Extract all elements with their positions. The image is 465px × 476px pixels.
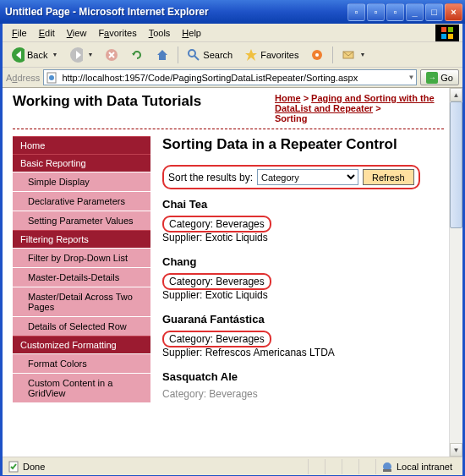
media-icon bbox=[310, 48, 324, 62]
sidebar-item[interactable]: Master/Detail Across Two Pages bbox=[13, 287, 150, 316]
svg-rect-16 bbox=[383, 469, 391, 472]
search-icon bbox=[187, 48, 200, 62]
refresh-button[interactable] bbox=[125, 46, 149, 64]
sidebar-item[interactable]: Filter by Drop-Down List bbox=[13, 248, 150, 267]
sidebar-item[interactable]: Master-Details-Details bbox=[13, 267, 150, 287]
scroll-up-button[interactable]: ▲ bbox=[450, 88, 462, 101]
sort-label: Sort the results by: bbox=[168, 172, 253, 183]
scroll-thumb[interactable] bbox=[450, 101, 462, 228]
sidebar-section[interactable]: Basic Reporting bbox=[13, 154, 150, 172]
back-dropdown-icon[interactable]: ▼ bbox=[52, 52, 57, 57]
url-input[interactable] bbox=[60, 72, 405, 84]
product-category: Category: Beverages bbox=[162, 273, 271, 290]
product-name: Sasquatch Ale bbox=[162, 370, 444, 383]
favorites-button[interactable]: Favorites bbox=[239, 46, 304, 64]
address-dropdown-icon[interactable]: ▼ bbox=[408, 74, 414, 81]
search-button[interactable]: Search bbox=[182, 46, 238, 64]
svg-point-7 bbox=[189, 50, 195, 57]
window-close-button[interactable]: × bbox=[445, 3, 462, 21]
main-content: Sorting Data in a Repeater Control Sort … bbox=[162, 136, 444, 412]
go-button[interactable]: → Go bbox=[420, 69, 459, 85]
menu-favorites[interactable]: Favorites bbox=[92, 26, 142, 40]
svg-line-8 bbox=[194, 56, 199, 60]
scroll-track[interactable] bbox=[450, 101, 462, 443]
sidebar-section[interactable]: Filtering Reports bbox=[13, 230, 150, 248]
sort-select[interactable]: Category bbox=[257, 169, 358, 185]
ie-logo bbox=[435, 25, 459, 41]
page-heading: Sorting Data in a Repeater Control bbox=[162, 136, 444, 153]
intranet-icon bbox=[381, 461, 393, 473]
divider bbox=[13, 129, 444, 129]
product-name: Chai Tea bbox=[162, 198, 444, 211]
breadcrumb: Home > Paging and Sorting with the DataL… bbox=[275, 93, 444, 123]
window-extra2-button[interactable]: ▫ bbox=[367, 3, 385, 21]
go-icon: → bbox=[426, 72, 438, 84]
product-category: Category: Beverages bbox=[162, 331, 271, 347]
status-zone: Local intranet bbox=[375, 459, 457, 474]
home-icon bbox=[156, 48, 169, 62]
sidebar-item[interactable]: Custom Content in a GridView bbox=[13, 373, 150, 402]
sidebar-section[interactable]: Home bbox=[13, 136, 150, 154]
svg-point-10 bbox=[315, 53, 319, 57]
address-bar: Address ▼ → Go bbox=[3, 68, 462, 88]
stop-icon bbox=[105, 48, 118, 62]
status-bar: Done Local intranet bbox=[3, 457, 462, 475]
address-field[interactable]: ▼ bbox=[43, 69, 417, 85]
viewport: Working with Data Tutorials Home > Pagin… bbox=[3, 88, 462, 457]
window-extra1-button[interactable]: ▫ bbox=[347, 3, 365, 21]
product-item: Sasquatch AleCategory: Beverages bbox=[162, 370, 444, 400]
refresh-button[interactable]: Refresh bbox=[363, 169, 414, 185]
media-button[interactable] bbox=[305, 46, 329, 64]
product-name: Chang bbox=[162, 255, 444, 268]
mail-button[interactable]: ▼ bbox=[336, 46, 370, 64]
product-item: ChangCategory: BeveragesSupplier: Exotic… bbox=[162, 255, 444, 301]
sidebar-item[interactable]: Details of Selected Row bbox=[13, 316, 150, 336]
sidebar-item[interactable]: Simple Display bbox=[13, 172, 150, 191]
svg-point-13 bbox=[49, 75, 54, 80]
menu-view[interactable]: View bbox=[61, 26, 93, 40]
menu-edit[interactable]: Edit bbox=[33, 26, 61, 40]
menu-file[interactable]: File bbox=[6, 26, 33, 40]
back-button[interactable]: Back ▼ bbox=[6, 46, 63, 64]
vertical-scrollbar[interactable]: ▲ ▼ bbox=[449, 88, 462, 457]
product-item: Chai TeaCategory: BeveragesSupplier: Exo… bbox=[162, 198, 444, 243]
menu-tools[interactable]: Tools bbox=[143, 26, 177, 40]
sidebar-item[interactable]: Declarative Parameters bbox=[13, 191, 150, 211]
product-item: Guaraná FantásticaCategory: BeveragesSup… bbox=[162, 313, 444, 358]
forward-icon bbox=[69, 48, 83, 62]
address-label: Address bbox=[6, 73, 40, 83]
product-supplier: Supplier: Refrescos Americanas LTDA bbox=[162, 347, 444, 358]
svg-rect-3 bbox=[448, 34, 453, 39]
product-name: Guaraná Fantástica bbox=[162, 313, 444, 326]
breadcrumb-current: Sorting bbox=[275, 113, 308, 123]
forward-button[interactable]: ▼ bbox=[64, 46, 98, 64]
breadcrumb-home-link[interactable]: Home bbox=[275, 93, 301, 103]
toolbar: Back ▼ ▼ Search Favorites ▼ bbox=[3, 42, 462, 68]
product-category: Category: Beverages bbox=[162, 388, 444, 400]
favorites-icon bbox=[244, 48, 258, 62]
sidebar-item[interactable]: Setting Parameter Values bbox=[13, 211, 150, 230]
refresh-icon bbox=[130, 48, 144, 62]
window-extra3-button[interactable]: ▫ bbox=[386, 3, 404, 21]
menu-bar: File Edit View Favorites Tools Help bbox=[3, 24, 462, 42]
product-category: Category: Beverages bbox=[162, 216, 271, 233]
window-title: Untitled Page - Microsoft Internet Explo… bbox=[5, 6, 346, 18]
svg-rect-0 bbox=[441, 27, 446, 32]
back-icon bbox=[11, 48, 25, 62]
sidebar: HomeBasic ReportingSimple DisplayDeclara… bbox=[13, 136, 150, 412]
product-supplier: Supplier: Exotic Liquids bbox=[162, 289, 444, 301]
done-icon bbox=[8, 461, 19, 473]
scroll-down-button[interactable]: ▼ bbox=[450, 443, 462, 457]
sidebar-section[interactable]: Customized Formatting bbox=[13, 336, 150, 353]
window-minimize-button[interactable]: _ bbox=[406, 3, 424, 21]
menu-help[interactable]: Help bbox=[176, 26, 207, 40]
status-done: Done bbox=[8, 459, 308, 474]
window-titlebar: Untitled Page - Microsoft Internet Explo… bbox=[0, 0, 465, 24]
svg-rect-1 bbox=[448, 27, 453, 32]
window-maximize-button[interactable]: □ bbox=[425, 3, 443, 21]
forward-dropdown-icon[interactable]: ▼ bbox=[87, 52, 93, 57]
mail-icon bbox=[342, 48, 355, 62]
stop-button[interactable] bbox=[100, 46, 123, 64]
sidebar-item[interactable]: Format Colors bbox=[13, 353, 150, 373]
home-button[interactable] bbox=[150, 46, 174, 64]
